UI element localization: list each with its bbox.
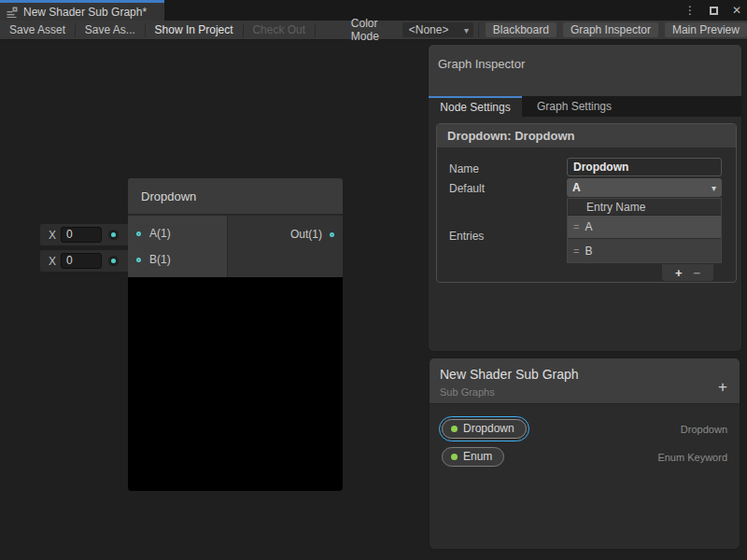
node-body: A(1) B(1) Out(1)	[128, 216, 343, 277]
widget-port-dot-icon[interactable]	[108, 256, 119, 266]
entry-row-a[interactable]: = A	[568, 216, 721, 239]
blackboard-toggle-button[interactable]: Blackboard	[486, 22, 557, 37]
drag-handle-icon[interactable]: =	[573, 245, 578, 257]
add-entry-button[interactable]: +	[675, 266, 683, 280]
entries-list-footer: + −	[662, 264, 713, 281]
entries-list: Entry Name = A = B	[567, 198, 722, 263]
blackboard-panel: New Shader Sub Graph Sub Graphs + Dropdo…	[429, 357, 740, 550]
main-preview-toggle-button[interactable]: Main Preview	[665, 22, 747, 37]
graph-toolbar: Save Asset Save As... Show In Project Ch…	[0, 21, 747, 40]
input-port-b[interactable]	[136, 258, 141, 262]
input-port-b-label: B(1)	[149, 253, 171, 266]
blackboard-item-dropdown[interactable]: Dropdown	[439, 416, 529, 441]
save-as-button[interactable]: Save As...	[76, 21, 145, 39]
default-value: A	[572, 181, 581, 194]
color-dot-icon	[451, 454, 458, 460]
inspector-tabs: Node Settings Graph Settings	[429, 96, 741, 117]
tab-title: New Shader Sub Graph*	[23, 6, 147, 19]
entry-row-b[interactable]: = B	[568, 239, 721, 262]
number-field[interactable]: 0	[61, 253, 102, 269]
toolbar-separator	[315, 23, 316, 37]
shader-graph-window: New Shader Sub Graph* ⋮ ✕ Save Asset Sav…	[0, 0, 747, 560]
default-label: Default	[449, 182, 485, 195]
color-mode-value: <None>	[409, 23, 449, 36]
property-type-label: Dropdown	[681, 416, 727, 442]
blackboard-header: New Shader Sub Graph Sub Graphs +	[430, 358, 740, 404]
blackboard-item-row: Dropdown Dropdown	[430, 416, 740, 442]
blackboard-item-row: Enum Enum Keyword	[430, 444, 740, 470]
input-port-a-label: A(1)	[149, 227, 171, 240]
show-in-project-button[interactable]: Show In Project	[146, 21, 243, 39]
inspector-header: Graph Inspector	[429, 45, 741, 96]
name-label: Name	[449, 162, 479, 175]
output-port-row: Out(1)	[228, 221, 343, 247]
save-asset-button[interactable]: Save Asset	[0, 21, 75, 39]
name-field[interactable]: Dropdown	[567, 158, 722, 176]
toolbar-separator	[478, 23, 479, 37]
tab-graph-settings[interactable]: Graph Settings	[522, 96, 627, 117]
blackboard-subtitle: Sub Graphs	[440, 386, 495, 398]
remove-entry-button[interactable]: −	[694, 266, 701, 280]
node-output-column: Out(1)	[228, 216, 343, 277]
graph-inspector-panel: Graph Inspector Node Settings Graph Sett…	[428, 44, 742, 352]
input-port-row: B(1)	[128, 246, 227, 273]
window-controls: ⋮ ✕	[684, 0, 741, 21]
caret-down-icon: ▾	[464, 25, 469, 35]
color-mode-label: Color Mode	[344, 17, 402, 43]
number-field[interactable]: 0	[61, 227, 102, 243]
blackboard-item-enum[interactable]: Enum	[439, 444, 507, 469]
property-type-label: Enum Keyword	[657, 444, 727, 470]
output-port[interactable]	[330, 232, 334, 237]
more-icon[interactable]: ⋮	[684, 0, 696, 21]
color-mode-dropdown[interactable]: <None> ▾	[402, 22, 473, 37]
add-property-button[interactable]: +	[718, 379, 727, 395]
property-name: Dropdown	[463, 422, 514, 435]
close-icon[interactable]: ✕	[732, 0, 741, 21]
document-tab[interactable]: New Shader Sub Graph*	[0, 0, 164, 21]
input-port-row: A(1)	[128, 220, 227, 246]
inspector-title: Graph Inspector	[429, 45, 741, 71]
node-settings-header: Dropdown: Dropdown	[437, 124, 736, 148]
node-settings-box: Dropdown: Dropdown Name Dropdown Default…	[436, 123, 737, 283]
entries-column-header: Entry Name	[568, 199, 721, 216]
node-title-bar[interactable]: Dropdown	[128, 178, 343, 216]
property-name: Enum	[463, 450, 492, 463]
color-dot-icon	[451, 426, 458, 432]
axis-label: X	[49, 229, 56, 242]
default-dropdown[interactable]: A ▾	[567, 178, 722, 197]
port-value-widget-a: X 0	[40, 224, 130, 245]
node-input-column: A(1) B(1)	[128, 216, 228, 277]
entries-label: Entries	[449, 230, 484, 243]
blackboard-title: New Shader Sub Graph	[440, 367, 579, 382]
node-preview	[128, 277, 343, 491]
maximize-icon[interactable]	[710, 7, 718, 15]
graph-inspector-toggle-button[interactable]: Graph Inspector	[563, 22, 658, 37]
output-port-label: Out(1)	[290, 228, 322, 241]
widget-port-dot-icon[interactable]	[108, 230, 119, 240]
entry-name: B	[585, 245, 592, 258]
caret-down-icon: ▾	[712, 183, 716, 193]
drag-handle-icon[interactable]: =	[573, 221, 578, 232]
subgraph-icon	[7, 7, 18, 18]
tab-node-settings[interactable]: Node Settings	[429, 96, 522, 117]
node-title: Dropdown	[141, 189, 196, 203]
entry-name: A	[585, 220, 592, 233]
property-pill: Enum	[442, 447, 504, 467]
input-port-a[interactable]	[136, 231, 141, 236]
property-pill: Dropdown	[442, 419, 527, 439]
axis-label: X	[49, 255, 56, 268]
check-out-button: Check Out	[243, 21, 315, 39]
port-value-widget-b: X 0	[40, 250, 130, 272]
dropdown-node[interactable]: Dropdown A(1) B(1) Out(1)	[128, 178, 343, 491]
